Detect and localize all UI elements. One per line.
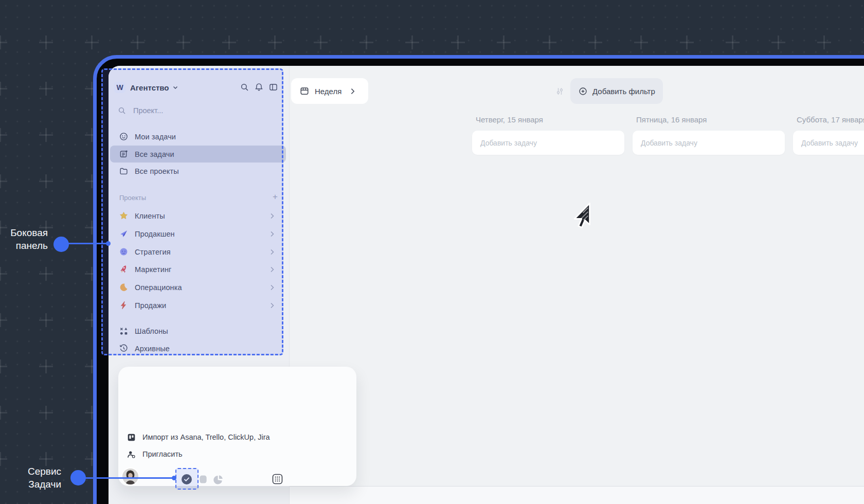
invite-person-icon — [127, 450, 136, 459]
chevron-down-icon — [172, 84, 178, 91]
paper-plane-icon — [119, 229, 128, 238]
annotation-dot — [70, 470, 86, 485]
day-column: Четверг, 15 января Добавить задачу — [472, 115, 624, 155]
docs-service-icon[interactable] — [199, 475, 207, 484]
search-icon — [118, 106, 126, 115]
sidebar-item-label: Продакшен — [135, 230, 175, 238]
lightning-icon — [119, 301, 128, 310]
task-list-icon — [119, 150, 128, 158]
sidebar-project-marketing[interactable]: Маркетинг — [110, 261, 286, 278]
sidebar-item-label: Клиенты — [135, 212, 165, 220]
mouse-cursor — [568, 202, 592, 232]
screenshot-stage: W Агентство — [0, 0, 864, 504]
sidebar-project-strategy[interactable]: Стратегия — [110, 243, 286, 260]
annotation-line: Сервис — [0, 465, 61, 478]
sidebar-project-sales[interactable]: Продажи — [110, 297, 286, 314]
annotation-line: панель — [0, 239, 48, 252]
search-icon[interactable] — [240, 83, 249, 92]
import-menu-item[interactable]: Импорт из Asana, Trello, ClickUp, Jira — [127, 430, 270, 444]
day-title: Суббота, 17 января — [797, 115, 864, 124]
chevron-right-icon — [269, 248, 275, 256]
plus-circle-icon — [579, 87, 587, 96]
star-icon — [119, 211, 128, 220]
add-filter-button[interactable]: Добавить фильтр — [570, 78, 663, 104]
sidebar-item-label: Маркетинг — [135, 265, 171, 274]
projects-section-label: Проекты — [119, 194, 146, 202]
annotation-line: Задачи — [0, 478, 61, 491]
sidebar-item-label: Операционка — [135, 283, 182, 292]
annotation-connector — [68, 243, 107, 244]
bell-icon[interactable] — [255, 83, 263, 92]
shapes-icon — [119, 327, 128, 335]
add-task-input[interactable]: Добавить задачу — [633, 131, 785, 155]
workspace-logo: W — [114, 82, 125, 93]
chevron-right-icon — [269, 212, 275, 220]
analytics-pie-icon[interactable] — [213, 475, 223, 484]
sidebar-annotation-label: Боковая панель — [0, 226, 48, 252]
sidebar-item-label: Шаблоны — [135, 327, 168, 335]
service-selection-highlight — [175, 468, 199, 490]
invite-label: Пригласить — [142, 450, 183, 458]
chevron-right-icon — [269, 265, 275, 274]
add-task-input[interactable]: Добавить задачу — [793, 131, 864, 155]
sidebar-project-production[interactable]: Продакшен — [110, 225, 286, 242]
annotation-endpoint-dot — [172, 476, 176, 480]
import-label: Импорт из Asana, Trello, ClickUp, Jira — [142, 433, 270, 441]
annotation-endpoint-dot — [106, 241, 111, 246]
day-title: Четверг, 15 января — [476, 115, 624, 124]
day-column: Суббота, 17 января Добавить задачу — [793, 115, 864, 155]
sidebar-project-clients[interactable]: Клиенты — [110, 207, 286, 224]
invite-menu-item[interactable]: Пригласить — [127, 447, 183, 461]
moon-face-icon — [119, 247, 128, 256]
day-title: Пятница, 16 января — [636, 115, 785, 124]
apps-grid-icon[interactable] — [272, 474, 283, 484]
annotation-connector — [85, 477, 174, 479]
project-search-input[interactable]: Проект... — [114, 103, 163, 118]
crescent-icon — [119, 283, 128, 292]
sidebar-project-operations[interactable]: Операционка — [110, 279, 286, 296]
sidebar-item-all-tasks[interactable]: Все задачи — [110, 146, 286, 163]
sidebar-item-label: Мои задачи — [135, 133, 176, 141]
sidebar-item-label: Все задачи — [135, 150, 174, 158]
workspace-name: Агентство — [130, 83, 169, 92]
sidebar-item-label: Продажи — [135, 301, 166, 310]
smiley-icon — [119, 132, 128, 141]
add-filter-label: Добавить фильтр — [592, 87, 655, 96]
add-task-input[interactable]: Добавить задачу — [472, 131, 624, 155]
sidebar-item-label: Все проекты — [135, 167, 179, 175]
chevron-right-icon — [350, 87, 355, 96]
sidebar-item-archived[interactable]: Архивные — [110, 340, 286, 357]
user-avatar[interactable] — [122, 469, 138, 484]
chevron-right-icon — [269, 283, 275, 292]
window-bottom-strip — [290, 486, 864, 504]
sidebar-item-my-tasks[interactable]: Мои задачи — [110, 128, 286, 145]
workspace-switcher[interactable]: W Агентство — [114, 81, 178, 94]
chevron-right-icon — [269, 230, 275, 238]
workspace-menu-popup: Импорт из Asana, Trello, ClickUp, Jira П… — [118, 367, 356, 486]
main-content: Неделя Добавить фильтр — [289, 66, 864, 504]
panel-toggle-icon[interactable] — [269, 83, 278, 92]
import-board-icon — [127, 433, 136, 442]
folder-icon — [119, 167, 128, 175]
add-task-placeholder: Добавить задачу — [801, 139, 858, 147]
sidebar-item-label: Архивные — [135, 345, 170, 353]
view-selector-button[interactable]: Неделя — [291, 78, 368, 104]
calendar-icon — [300, 86, 309, 96]
history-icon — [119, 344, 128, 353]
sidebar-item-label: Стратегия — [135, 248, 171, 256]
view-selector-label: Неделя — [315, 87, 341, 96]
sliders-icon[interactable] — [555, 87, 564, 96]
annotation-line: Боковая — [0, 226, 48, 239]
chevron-right-icon — [269, 301, 275, 310]
add-project-button[interactable]: + — [273, 192, 278, 202]
day-column: Пятница, 16 января Добавить задачу — [633, 115, 785, 155]
service-annotation-label: Сервис Задачи — [0, 465, 61, 491]
rocket-icon — [119, 265, 128, 274]
annotation-dot — [53, 237, 69, 252]
sidebar-item-templates[interactable]: Шаблоны — [110, 322, 286, 339]
search-placeholder: Проект... — [133, 106, 163, 115]
add-task-placeholder: Добавить задачу — [641, 139, 697, 147]
add-task-placeholder: Добавить задачу — [480, 139, 537, 147]
sidebar-item-all-projects[interactable]: Все проекты — [110, 163, 286, 179]
